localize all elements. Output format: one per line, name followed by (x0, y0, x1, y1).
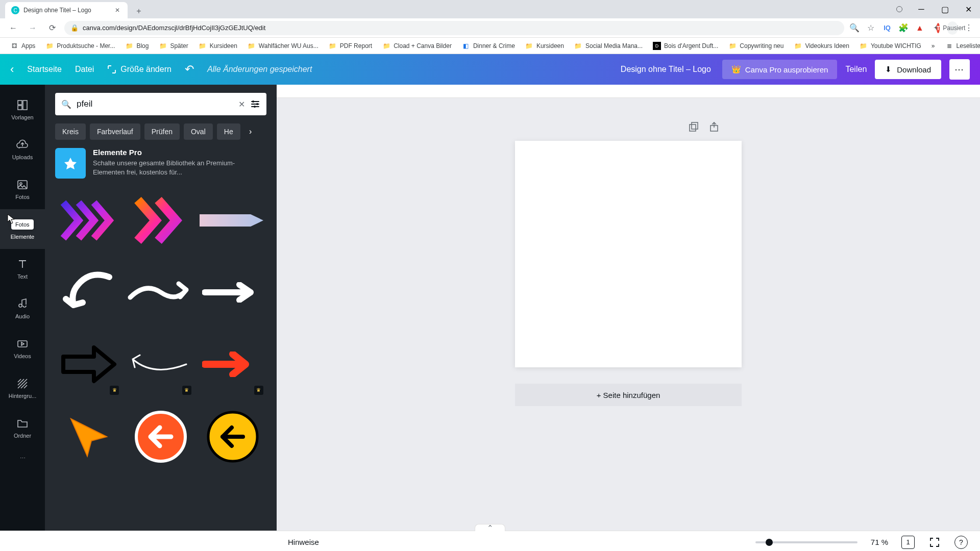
try-pro-button[interactable]: 👑 Canva Pro ausprobieren (722, 60, 838, 79)
zoom-slider[interactable] (755, 541, 857, 543)
element-arrow-curved-down[interactable] (55, 259, 122, 325)
search-input[interactable] (77, 99, 233, 109)
apps-shortcut[interactable]: ⚃Apps (6, 40, 39, 52)
new-tab-button[interactable]: + (132, 4, 146, 18)
nav-folders[interactable]: Ordner (0, 408, 45, 448)
zoom-percent[interactable]: 71 % (871, 538, 888, 546)
pro-promo[interactable]: Elemente Pro Schalte unsere gesamte Bibl… (55, 148, 266, 179)
forward-icon[interactable]: → (26, 21, 40, 35)
file-menu[interactable]: Datei (75, 65, 94, 74)
clear-search-icon[interactable]: ✕ (238, 99, 245, 109)
kebab-icon[interactable]: ⋮ (964, 23, 974, 33)
share-page-icon[interactable] (708, 121, 720, 133)
folder-icon (16, 417, 29, 430)
bookmarks-overflow[interactable]: » (927, 40, 939, 52)
premium-crown-icon: ♛ (110, 386, 119, 395)
element-arrow-gradient-chevrons-2[interactable] (127, 187, 194, 254)
element-arrow-outline-black[interactable]: ♛ (55, 331, 122, 398)
element-arrow-cursor-orange[interactable] (55, 403, 122, 470)
workspace: Vorlagen Uploads Fotos Elemente Text Aud… (0, 85, 980, 531)
tab-title: Design ohne Titel – Logo (23, 7, 91, 14)
add-page-button[interactable]: + Seite hinzufügen (515, 384, 742, 406)
design-canvas[interactable] (515, 141, 742, 367)
bookmark-item[interactable]: 📁Copywriting neu (724, 40, 788, 52)
home-back-icon[interactable]: ‹ (10, 63, 14, 76)
resize-menu[interactable]: Größe ändern (107, 65, 172, 74)
back-icon[interactable]: ← (6, 21, 20, 35)
videos-icon (16, 338, 29, 350)
bookmark-item[interactable]: 📁Youtube WICHTIG (855, 40, 925, 52)
url-text: canva.com/design/DAEdomzscjl/drBfjHdCojI… (83, 24, 265, 32)
home-link[interactable]: Startseite (27, 65, 62, 74)
account-dot-icon[interactable] (896, 6, 902, 12)
bookmark-item[interactable]: ◧Dinner & Crime (458, 40, 519, 52)
fullscreen-icon[interactable] (928, 536, 941, 549)
zoom-slider-thumb[interactable] (766, 539, 773, 546)
bookmark-item[interactable]: 📁Cload + Canva Bilder (378, 40, 456, 52)
ext-icon-1[interactable]: 🧩 (898, 23, 909, 33)
element-arrow-gradient-bar[interactable] (200, 187, 266, 254)
chip-pruefen[interactable]: Prüfen (144, 123, 180, 140)
filter-chips: Kreis Farbverlauf Prüfen Oval He › (55, 123, 266, 140)
reading-list[interactable]: ≣Leseliste (941, 40, 980, 52)
star-icon[interactable]: ☆ (866, 23, 876, 33)
document-title[interactable]: Design ohne Titel – Logo (621, 65, 711, 74)
element-arrow-circle-orange-left[interactable] (127, 403, 194, 470)
chip-more[interactable]: He (217, 123, 240, 140)
profile-chip[interactable]: T Pausiert (947, 21, 958, 35)
nav-background[interactable]: Hintergru... (0, 368, 45, 408)
bookmark-item[interactable]: 📁Produktsuche - Mer... (41, 40, 119, 52)
browser-tab[interactable]: C Design ohne Titel – Logo ✕ (5, 2, 128, 18)
duplicate-page-icon[interactable] (688, 121, 699, 133)
page-indicator[interactable]: 1 (901, 536, 915, 549)
help-icon[interactable]: ? (954, 536, 968, 549)
url-field[interactable]: 🔒 canva.com/design/DAEdomzscjl/drBfjHdCo… (64, 21, 844, 35)
bookmark-item[interactable]: 📁Blog (121, 40, 153, 52)
chip-farbverlauf[interactable]: Farbverlauf (90, 123, 140, 140)
bookmark-item[interactable]: DBois d'Argent Duft... (649, 40, 722, 52)
expand-notes-icon[interactable]: ⌃ (475, 524, 505, 531)
svg-rect-1 (23, 101, 27, 110)
element-arrow-straight-right[interactable] (200, 259, 266, 325)
maximize-icon[interactable]: ▢ (933, 1, 957, 17)
element-arrow-wave-right[interactable] (127, 259, 194, 325)
bookmark-item[interactable]: 📁Später (155, 40, 192, 52)
tab-close-icon[interactable]: ✕ (113, 6, 121, 14)
nav-uploads[interactable]: Uploads (0, 130, 45, 169)
share-button[interactable]: Teilen (845, 65, 867, 74)
chips-next-icon[interactable]: › (244, 126, 257, 138)
nav-more[interactable]: ⋯ (0, 448, 45, 468)
text-icon (16, 258, 29, 270)
svg-rect-13 (690, 124, 696, 131)
download-button[interactable]: ⬇ Download (875, 60, 941, 79)
chip-kreis[interactable]: Kreis (55, 123, 86, 140)
bookmark-item[interactable]: 📁Kursideen (521, 40, 568, 52)
close-window-icon[interactable]: ✕ (957, 1, 980, 17)
chip-oval[interactable]: Oval (184, 123, 213, 140)
nav-videos[interactable]: Videos (0, 329, 45, 368)
profile-state: Pausiert (943, 24, 965, 32)
minimize-icon[interactable]: ─ (910, 1, 933, 17)
iq-icon[interactable]: IQ (882, 23, 892, 33)
element-arrow-circle-yellow-left[interactable] (200, 403, 266, 470)
element-arrow-thin-curved[interactable]: ♛ (127, 331, 194, 398)
undo-icon[interactable]: ↶ (185, 63, 194, 76)
bookmark-item[interactable]: 📁Social Media Mana... (570, 40, 647, 52)
zoom-lens-icon[interactable]: 🔍 (849, 23, 860, 33)
notes-label[interactable]: Hinweise (288, 538, 319, 546)
nav-templates[interactable]: Vorlagen (0, 90, 45, 130)
more-menu-button[interactable]: ⋯ (949, 59, 970, 80)
bookmark-item[interactable]: 📁PDF Report (325, 40, 376, 52)
element-arrow-red-right[interactable]: ♛ (200, 331, 266, 398)
element-arrow-gradient-chevrons-1[interactable] (55, 187, 122, 254)
nav-photos[interactable]: Fotos (0, 169, 45, 209)
nav-text[interactable]: Text (0, 249, 45, 289)
bookmark-item[interactable]: 📁Videokurs Ideen (790, 40, 853, 52)
bookmark-item[interactable]: 📁Kursideen (194, 40, 241, 52)
filter-icon[interactable] (250, 99, 260, 109)
nav-audio[interactable]: Audio (0, 289, 45, 329)
ext-icon-2[interactable]: ▲ (915, 23, 925, 33)
svg-rect-7 (18, 341, 27, 347)
reload-icon[interactable]: ⟳ (45, 21, 59, 35)
bookmark-item[interactable]: 📁Wahlfächer WU Aus... (243, 40, 323, 52)
